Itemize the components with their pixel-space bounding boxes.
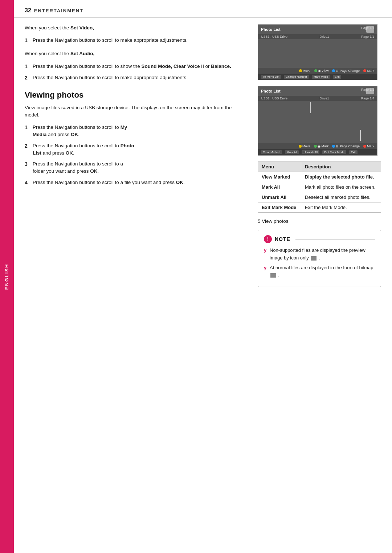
- ok-bold-4: OK: [176, 180, 183, 185]
- thumb-group: [261, 116, 274, 127]
- red-dot: [363, 145, 366, 148]
- thumb-group: [290, 41, 303, 51]
- note-bullet: y: [264, 247, 268, 254]
- table-row: Mark All Mark all photo files on the scr…: [258, 182, 381, 192]
- desc-cell: Display the selected photo file.: [301, 172, 381, 182]
- thumb-group: [261, 41, 274, 51]
- list-item: 2 Press the Navigation buttons to scroll…: [25, 142, 245, 157]
- list-num: 1: [25, 124, 33, 139]
- description-table: Menu Description View Marked Display the…: [258, 161, 381, 213]
- note-item-2: y Abnormal files are displayed in the fo…: [264, 264, 375, 279]
- col-menu: Menu: [258, 162, 301, 172]
- table-header-row: Menu Description: [258, 162, 381, 172]
- plu-header-2: Photo List Page 1/1: [258, 86, 377, 96]
- my-media-bold: MyMedia: [33, 124, 127, 137]
- footer-btn-page: ⊞ Page Change: [332, 69, 360, 73]
- photo-list-bold: PhotoList: [33, 143, 134, 156]
- thumb-group: [304, 103, 317, 113]
- plu-footer-1: Move ◉ View ⊞ Page Change Mark: [258, 68, 377, 74]
- list-item: 1 Press the Navigation buttons to scroll…: [25, 63, 245, 70]
- menu-cell: Mark All: [258, 182, 301, 192]
- list-num: 1: [25, 37, 33, 44]
- plu-grid-row2: [258, 53, 377, 68]
- plu-title-1: Photo List: [261, 27, 281, 32]
- footer-btn-move2: Move: [299, 144, 310, 148]
- sidebar-label: ENGLISH: [4, 263, 10, 290]
- list-text: Press the Navigation buttons to scroll t…: [33, 124, 245, 139]
- footer-btn-page2: ⊞ Page Change: [332, 144, 360, 148]
- set-video-list: 1 Press the Navigation buttons to scroll…: [25, 37, 245, 44]
- list-text: Press the Navigation buttons to scroll t…: [33, 63, 245, 70]
- sidebar: ENGLISH: [0, 0, 14, 553]
- note-text-2: Abnormal files are displayed in the form…: [270, 264, 375, 279]
- note-item-1: y Non-supported files are displayed the …: [264, 247, 375, 262]
- plu-page-label-2: Page 1/1: [361, 88, 374, 91]
- plu-bottom-2: Clear Marked Mark All Unmark All Exit Ma…: [258, 149, 377, 155]
- plu-header-1: Photo List Page 1/1: [258, 25, 377, 34]
- thumb-group: [361, 116, 374, 127]
- thumb-group: [332, 116, 346, 127]
- plu-bottom-1: To Menu List Change Number Mark Mode Exi…: [258, 74, 377, 80]
- ok-bold-2: OK: [66, 150, 73, 156]
- bottom-btn: Mark Mode: [312, 75, 330, 79]
- note-bullet: y: [264, 264, 268, 272]
- thumb-group: [347, 130, 374, 140]
- list-num: 3: [25, 160, 33, 175]
- sound-mode-bold: Sound Mode, Clear Voice II: [141, 64, 204, 69]
- yellow-dot: [299, 69, 302, 72]
- list-text: Press the Navigation buttons to scroll t…: [33, 179, 245, 187]
- right-col: Photo List Page 1/1 USB1 : USB Drive Dri…: [254, 24, 392, 553]
- list-item: 4 Press the Navigation buttons to scroll…: [25, 179, 245, 187]
- list-item: 1 Press the Navigation buttons to scroll…: [25, 124, 245, 139]
- thumb-group: [275, 41, 288, 51]
- note-title: NOTE: [275, 235, 290, 243]
- page-header-title: ENTERTAINMENT: [34, 8, 83, 13]
- note-icon: !: [264, 235, 272, 243]
- page-number: 32: [25, 7, 31, 14]
- bottom-btn: Clear Marked: [261, 150, 282, 154]
- plu-title-2: Photo List: [261, 89, 281, 93]
- thumb-group: [304, 116, 317, 127]
- bottom-btn: Mark All: [285, 150, 299, 154]
- bottom-btn: Exit: [349, 150, 358, 154]
- col-desc: Description: [301, 162, 381, 172]
- photo-list-screenshot-2: Photo List Page 1/1 USB1 : USB Drive Dri…: [258, 86, 377, 156]
- content-columns: When you select the Set Video, 1 Press t…: [14, 24, 392, 553]
- desc-cell: Deselect all marked photo files.: [301, 192, 381, 202]
- thumb-group: [261, 103, 274, 113]
- set-video-bold: Set Video,: [70, 25, 94, 30]
- thumb-group: [332, 103, 346, 113]
- thumb-group: [284, 55, 306, 65]
- page-wrapper: ENGLISH 32 ENTERTAINMENT When you select…: [0, 0, 392, 553]
- thumb-group: [361, 41, 374, 51]
- balance-bold: Balance.: [211, 64, 231, 69]
- menu-cell: Exit Mark Mode: [258, 202, 301, 213]
- set-video-intro: When you select the Set Video,: [25, 24, 245, 32]
- list-num: 4: [25, 179, 33, 187]
- set-audio-bold: Set Audio,: [70, 51, 94, 56]
- thumb-group: [318, 116, 331, 127]
- table-row: Unmark All Deselect all marked photo fil…: [258, 192, 381, 202]
- bottom-btn: Exit: [333, 75, 341, 79]
- main-content: 32 ENTERTAINMENT When you select the Set…: [14, 0, 392, 553]
- thumb-group: [347, 116, 360, 127]
- blue-dot: [332, 69, 335, 72]
- plu-subheader-2: USB1 : USB Drive Drive1 Page 1/4: [258, 96, 377, 101]
- list-text: Press the Navigation buttons to scroll t…: [33, 37, 245, 44]
- plu-grid2-row2: [258, 115, 377, 128]
- plu-drive-1: Drive1: [319, 35, 329, 38]
- menu-cell: Unmark All: [258, 192, 301, 202]
- table-row: Exit Mark Mode Exit the Mark Mode.: [258, 202, 381, 213]
- thumb-group: [347, 103, 360, 113]
- green-dot: [314, 145, 317, 148]
- list-text: Press the Navigation buttons to scroll t…: [33, 160, 245, 175]
- plu-footer-2: Move ◉ Mark ⊞ Page Change Mark: [258, 143, 377, 149]
- list-num: 2: [25, 142, 33, 157]
- thumb-group: [275, 103, 288, 113]
- thumb-group: [290, 116, 303, 127]
- blue-dot: [332, 145, 335, 148]
- plu-grid2-row3: [258, 128, 377, 143]
- thumb-group: [318, 41, 331, 51]
- thumb-group: [347, 41, 360, 51]
- yellow-dot: [299, 145, 302, 148]
